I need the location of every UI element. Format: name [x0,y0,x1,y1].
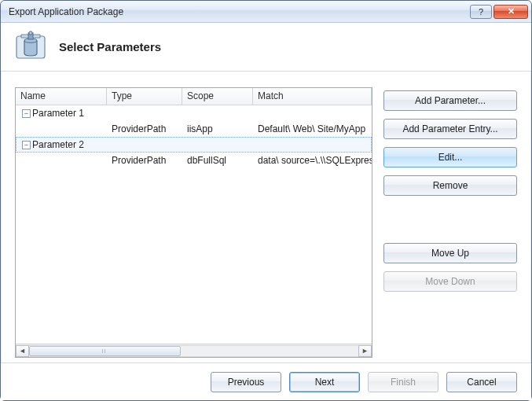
parameters-grid: Name Type Scope Match − Parameter 1 Prov… [15,87,372,358]
scroll-thumb[interactable] [29,346,181,356]
close-button[interactable]: ✕ [493,5,528,19]
add-parameter-button[interactable]: Add Parameter... [383,90,517,111]
col-header-name[interactable]: Name [16,88,107,105]
grid-body: − Parameter 1 ProviderPath iisApp Defaul… [16,105,372,344]
col-header-scope[interactable]: Scope [182,88,253,105]
help-button[interactable]: ? [470,5,492,19]
move-down-button: Move Down [383,271,517,292]
grid-group-row[interactable]: − Parameter 2 [16,137,372,153]
add-parameter-entry-button[interactable]: Add Parameter Entry... [383,119,517,139]
col-header-match[interactable]: Match [253,88,372,105]
help-icon: ? [479,7,483,17]
grid-group-row[interactable]: − Parameter 1 [16,105,372,121]
scroll-right-icon[interactable]: ► [358,345,372,357]
cancel-button[interactable]: Cancel [446,372,517,392]
finish-button: Finish [368,372,438,392]
scroll-track[interactable] [29,345,358,357]
grid-header: Name Type Scope Match [16,88,372,105]
grid-data-row[interactable]: ProviderPath dbFullSql data\ source=\.\\… [16,153,372,168]
collapse-icon[interactable]: − [22,109,31,118]
dialog-window: Export Application Package ? ✕ Select Pa… [0,0,532,401]
horizontal-scrollbar[interactable]: ◄ ► [16,344,372,357]
cell-type: ProviderPath [107,123,182,134]
svg-point-2 [29,31,32,34]
side-button-column: Add Parameter... Add Parameter Entry... … [383,87,517,358]
col-header-type[interactable]: Type [107,88,182,105]
cell-scope: iisApp [182,123,253,134]
wizard-header: Select Parameters [1,23,531,72]
group-name: Parameter 2 [32,139,84,150]
scroll-left-icon[interactable]: ◄ [16,345,29,357]
wizard-footer: Previous Next Finish Cancel [1,362,531,400]
page-title: Select Parameters [59,40,161,53]
edit-button[interactable]: Edit... [383,147,517,167]
previous-button[interactable]: Previous [211,372,281,392]
group-name: Parameter 1 [32,108,84,119]
collapse-icon[interactable]: − [22,141,31,149]
cell-match: data\ source=\.\\SQLExpress [253,155,372,166]
window-title: Export Application Package [9,6,468,17]
next-button[interactable]: Next [289,372,360,392]
remove-button[interactable]: Remove [383,175,517,196]
title-bar: Export Application Package ? ✕ [1,1,531,23]
cell-type: ProviderPath [107,155,182,166]
wizard-body: Name Type Scope Match − Parameter 1 Prov… [1,72,531,362]
cell-scope: dbFullSql [182,155,253,166]
close-icon: ✕ [508,6,515,17]
cell-match: Default\ Web\ Site/MyApp [253,123,372,134]
grid-data-row[interactable]: ProviderPath iisApp Default\ Web\ Site/M… [16,121,372,137]
package-icon [13,30,48,64]
spacer [383,204,517,235]
move-up-button[interactable]: Move Up [383,243,517,263]
